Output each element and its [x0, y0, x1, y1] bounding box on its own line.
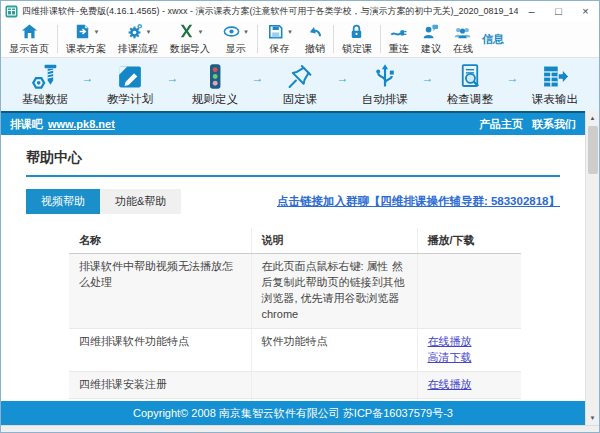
toolbar-button-label: 显示 — [225, 42, 245, 56]
workflow-arrow-icon: → — [75, 71, 100, 98]
toolbar-button-label: 课表方案 — [66, 42, 106, 56]
gears-icon — [125, 22, 144, 41]
workflow-step-label: 课表输出 — [532, 92, 578, 107]
toolbar-button-online[interactable]: 在线 — [447, 22, 479, 56]
column-header-desc: 说明 — [251, 228, 417, 254]
inspect-doc-icon — [455, 62, 485, 91]
workflow-arrow-icon: → — [160, 71, 185, 98]
workflow-step-basic-data[interactable]: 基础数据 — [15, 62, 75, 107]
workflow-ribbon: 基础数据 → 教学计划 → 规则定义 → 固定课 → 自动排课 → 检查调整 → — [1, 58, 599, 111]
workflow-step-teaching-plan[interactable]: 教学计划 — [100, 62, 160, 107]
workflow-step-label: 自动排课 — [362, 92, 408, 107]
workflow-arrow-icon: → — [245, 71, 270, 98]
toolbar-button-undo[interactable]: 撤销 — [299, 22, 331, 56]
lock-icon — [347, 22, 366, 41]
chevron-down-icon: ▼ — [287, 29, 293, 35]
plug-icon — [389, 22, 408, 41]
copyright-text: Copyright© 2008 南京集智云软件有限公司 苏ICP备1603757… — [133, 406, 453, 421]
edit-square-icon — [115, 62, 145, 91]
toolbar-button-label: 排课流程 — [118, 42, 158, 56]
toolbar-button-label: 保存 — [269, 42, 289, 56]
table-row[interactable]: 排课软件中帮助视频无法播放怎么处理 在此页面点鼠标右键: 属性 然后复制此帮助页… — [69, 254, 521, 329]
toolbar-button-label: 建议 — [421, 42, 441, 56]
toolbar-button-process[interactable]: ▼ 排课流程 — [112, 22, 164, 56]
toolbar-button-import[interactable]: ▼ 数据导入 — [164, 22, 216, 56]
eye-icon — [222, 22, 241, 41]
play-online-link[interactable]: 在线播放 — [428, 335, 472, 347]
workflow-step-output[interactable]: 课表输出 — [525, 62, 585, 107]
qq-group-link[interactable]: 点击链接加入群聊【四维排课操作辅导群: 583302818】 — [277, 194, 560, 209]
row-desc: 在此页面点鼠标右键: 属性 然后复制此帮助页的链接到其他浏览器, 优先请用谷歌浏… — [251, 254, 417, 329]
row-links: 在线播放 — [417, 371, 521, 398]
window-bottom-edge — [1, 425, 599, 432]
tab-function-help[interactable]: 功能&帮助 — [100, 189, 181, 214]
help-table-body: 排课软件中帮助视频无法播放怎么处理 在此页面点鼠标右键: 属性 然后复制此帮助页… — [69, 254, 521, 402]
people-icon — [453, 22, 472, 41]
toolbar-button-plan[interactable]: ▼ 课表方案 — [60, 22, 112, 56]
row-name: 四维排课安装注册 — [69, 371, 251, 398]
row-desc — [251, 371, 417, 398]
screw-nut-icon — [30, 62, 60, 91]
row-links — [417, 254, 521, 329]
person-bubble-icon — [421, 22, 440, 41]
window-title: 四维排课软件-免费版(4.16.1.4565) - xwxx - 演示课表方案(… — [22, 5, 518, 18]
scrollbar-thumb[interactable] — [588, 126, 598, 174]
minimize-button[interactable]: – — [518, 2, 545, 21]
workflow-step-rules[interactable]: 规则定义 — [185, 62, 245, 107]
tab-video-help[interactable]: 视频帮助 — [26, 189, 100, 214]
row-name: 四维排课软件功能特点 — [69, 328, 251, 371]
maximize-button[interactable]: □ — [545, 2, 572, 21]
toolbar-button-display[interactable]: ▼ 显示 — [216, 22, 255, 56]
table-row[interactable]: 四维排课安装注册 在线播放 — [69, 371, 521, 398]
chevron-down-icon: ▼ — [243, 29, 249, 35]
main-toolbar: 显示首页 ▼ 课表方案 ▼ 排课流程 ▼ 数据导入 — [1, 21, 599, 58]
toolbar-button-suggest[interactable]: 建议 — [415, 22, 447, 56]
table-export-icon — [540, 62, 570, 91]
toolbar-button-label: 显示首页 — [9, 42, 49, 56]
toolbar-button-lock[interactable]: 锁定课 — [336, 22, 378, 56]
traffic-light-icon — [200, 62, 230, 91]
toolbar-button-reconnect[interactable]: 重连 — [383, 22, 415, 56]
title-bar: 四维排课软件-免费版(4.16.1.4565) - xwxx - 演示课表方案(… — [1, 1, 599, 21]
column-header-name: 名称 — [69, 228, 251, 254]
workflow-arrow-icon: → — [330, 71, 355, 98]
toolbar-button-show-home[interactable]: 显示首页 — [3, 22, 55, 56]
help-table: 名称 说明 播放/下载 排课软件中帮助视频无法播放怎么处理 在此页面点鼠标右键:… — [69, 228, 521, 401]
scroll-down-icon[interactable]: ▼ — [586, 411, 600, 425]
branch-icon — [370, 62, 400, 91]
workflow-step-label: 教学计划 — [107, 92, 153, 107]
pushpin-icon — [285, 62, 315, 91]
workflow-step-check-adjust[interactable]: 检查调整 — [440, 62, 500, 107]
toolbar-separator — [57, 25, 58, 53]
toolbar-separator — [257, 25, 258, 53]
toolbar-button-label: 数据导入 — [170, 42, 210, 56]
product-home-link[interactable]: 产品主页 — [479, 117, 523, 132]
contact-us-link[interactable]: 联系我们 — [532, 117, 576, 132]
hd-download-link[interactable]: 高清下载 — [428, 351, 472, 363]
row-desc: 软件功能特点 — [251, 328, 417, 371]
site-url-link[interactable]: www.pk8.net — [48, 118, 115, 130]
home-icon — [20, 22, 39, 41]
help-tabs: 视频帮助 功能&帮助 点击链接加入群聊【四维排课操作辅导群: 583302818… — [26, 189, 560, 214]
toolbar-button-label: 锁定课 — [342, 42, 372, 56]
save-icon — [266, 22, 285, 41]
toolbar-button-label: 重连 — [389, 42, 409, 56]
excel-icon — [177, 22, 196, 41]
undo-icon — [305, 22, 324, 41]
info-label[interactable]: 信息 — [482, 32, 504, 47]
table-header-row: 名称 说明 播放/下载 — [69, 228, 521, 254]
scroll-up-icon[interactable]: ▲ — [586, 111, 600, 125]
app-window: 四维排课软件-免费版(4.16.1.4565) - xwxx - 演示课表方案(… — [0, 0, 600, 433]
workflow-step-auto-schedule[interactable]: 自动排课 — [355, 62, 415, 107]
toolbar-button-save[interactable]: ▼ 保存 — [260, 22, 299, 56]
close-button[interactable]: × — [572, 2, 599, 21]
play-online-link[interactable]: 在线播放 — [428, 378, 472, 390]
workflow-step-label: 规则定义 — [192, 92, 238, 107]
table-row[interactable]: 四维排课软件功能特点 软件功能特点 在线播放高清下载 — [69, 328, 521, 371]
vertical-scrollbar[interactable]: ▲ ▼ — [585, 111, 599, 425]
workflow-step-fixed-class[interactable]: 固定课 — [270, 62, 330, 107]
plan-icon — [73, 22, 92, 41]
row-links: 在线播放高清下载 — [417, 328, 521, 371]
app-icon — [5, 5, 18, 18]
help-browser: 排课吧 www.pk8.net 产品主页 联系我们 帮助中心 视频帮助 功能&帮… — [1, 111, 599, 425]
